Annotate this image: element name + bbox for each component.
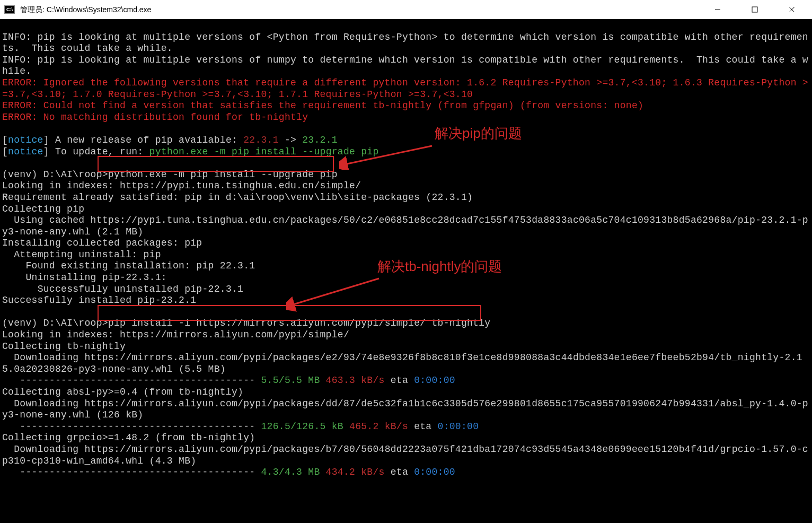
notice-label: notice: [8, 146, 43, 157]
window-controls: [707, 2, 808, 18]
output-line: Collecting absl-py>=0.4 (from tb-nightly…: [2, 387, 243, 397]
output-line: Downloading https://mirrors.aliyun.com/p…: [2, 444, 808, 466]
bracket: [: [2, 146, 8, 157]
progress-speed: 463.3 kB/s: [320, 375, 385, 386]
progress-size: 5.5/5.5 MB: [261, 375, 320, 386]
terminal-output[interactable]: INFO: pip is looking at multiple version…: [0, 19, 812, 480]
output-line: Collecting pip: [2, 204, 84, 214]
output-line: Uninstalling pip-22.3.1:: [2, 272, 167, 283]
progress-size: 126.5/126.5 kB: [261, 421, 343, 432]
error-line: ERROR: Could not find a version that sat…: [2, 100, 643, 111]
output-line: Found existing installation: pip 22.3.1: [2, 260, 255, 271]
output-line: Attempting uninstall: pip: [2, 249, 161, 260]
progress-eta: 0:00:00: [414, 467, 455, 477]
progress-eta: 0:00:00: [414, 375, 455, 386]
command-input: pip install -i https://mirrors.aliyun.co…: [108, 318, 491, 328]
annotation-pip: 解决pip的问题: [435, 125, 522, 142]
version-old: 22.3.1: [243, 135, 279, 145]
annotation-tbnightly: 解决tb-nightly的问题: [377, 258, 502, 275]
prompt: (venv) D:\AI\roop>: [2, 318, 108, 328]
progress-speed: 434.2 kB/s: [320, 467, 385, 477]
arrow-text: ->: [279, 135, 302, 145]
progress-line: ----------------------------------------…: [2, 421, 479, 432]
progress-line: ----------------------------------------…: [2, 467, 455, 477]
progress-eta: 0:00:00: [438, 421, 479, 432]
info-line: INFO: pip is looking at multiple version…: [2, 55, 808, 77]
notice-text: ] A new release of pip available:: [43, 135, 243, 145]
error-line: ERROR: Ignored the following versions th…: [2, 77, 808, 100]
window-title: 管理员: C:\Windows\System32\cmd.exe: [20, 5, 707, 14]
svg-rect-1: [752, 7, 757, 12]
window-titlebar: C:\ 管理员: C:\Windows\System32\cmd.exe: [0, 0, 812, 19]
output-line: Downloading https://mirrors.aliyun.com/p…: [2, 398, 808, 421]
output-line: Looking in indexes: https://mirrors.aliy…: [2, 329, 349, 340]
progress-line: ----------------------------------------…: [2, 375, 455, 386]
output-line: Looking in indexes: https://pypi.tuna.ts…: [2, 180, 361, 191]
minimize-button[interactable]: [707, 2, 728, 18]
command-input: python.exe -m pip install --upgrade pip: [108, 169, 338, 180]
output-line: Installing collected packages: pip: [2, 238, 202, 248]
close-button[interactable]: [781, 2, 802, 18]
output-line: Requirement already satisfied: pip in d:…: [2, 192, 473, 203]
notice-label: notice: [8, 135, 43, 145]
prompt: (venv) D:\AI\roop>: [2, 169, 108, 180]
progress-speed: 465.2 kB/s: [343, 421, 408, 432]
error-line: ERROR: No matching distribution found fo…: [2, 112, 308, 123]
output-line: Downloading https://mirrors.aliyun.com/p…: [2, 352, 802, 374]
version-new: 23.2.1: [302, 135, 338, 145]
notice-text: ] To update, run:: [43, 146, 149, 157]
output-line: Collecting grpcio>=1.48.2 (from tb-night…: [2, 432, 255, 443]
maximize-button[interactable]: [744, 2, 765, 18]
output-line: Using cached https://pypi.tuna.tsinghua.…: [2, 215, 808, 237]
notice-cmd: python.exe -m pip install --upgrade pip: [149, 146, 379, 157]
output-line: Successfully installed pip-23.2.1: [2, 295, 196, 306]
output-line: Collecting tb-nightly: [2, 341, 126, 352]
bracket: [: [2, 135, 8, 145]
progress-size: 4.3/4.3 MB: [261, 467, 320, 477]
info-line: INFO: pip is looking at multiple version…: [2, 32, 808, 54]
output-line: Successfully uninstalled pip-22.3.1: [2, 284, 243, 294]
cmd-icon: C:\: [4, 5, 15, 14]
